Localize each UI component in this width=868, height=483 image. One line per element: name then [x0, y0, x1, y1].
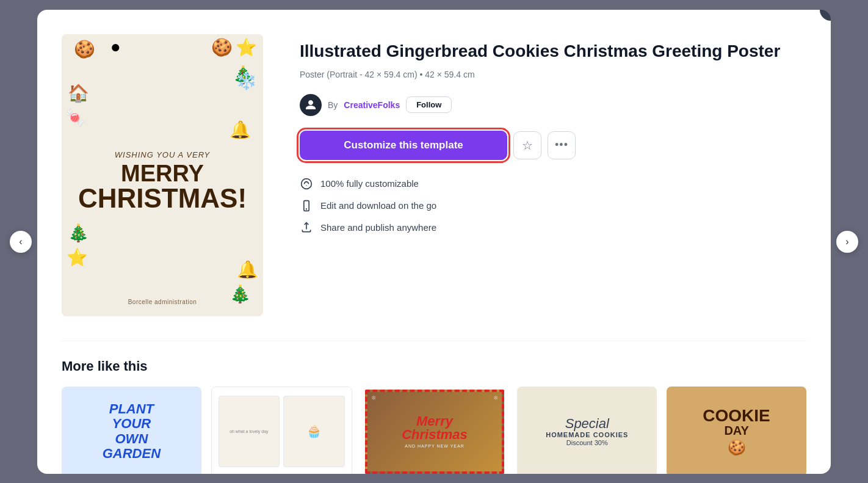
thumb-1-text: PlantYourOwnGarden [103, 402, 161, 461]
poster-preview: 🍪 ● 🍪 ⭐ 🎄 🏠 ❄️ 🍬 🔔 🎄 ⭐ 🔔 🎄 [62, 34, 263, 316]
thumb-5-text1: COOKIE [703, 407, 770, 424]
cookie-snowflake: ❄️ [236, 71, 257, 91]
cookie-dot-2: 🍪 [211, 37, 233, 57]
feature-customizable: 100% fully customizable [300, 177, 806, 191]
thumb-4-image: Special HOMEMADE COOKIES Discount 30% [517, 387, 657, 474]
author-avatar [300, 94, 322, 116]
cookie-star-top: ⭐ [236, 37, 257, 57]
cookie-dot-1: ● [110, 37, 121, 57]
thumb-2-card-left: oh what a lovely day [219, 396, 280, 467]
prev-arrow[interactable]: ‹ [10, 231, 32, 253]
modal-container: × 🍪 ● 🍪 ⭐ 🎄 🏠 ❄️ 🍬 🔔 [37, 10, 831, 474]
more-section: More like this PlantYourOwnGarden oh wha… [62, 341, 806, 474]
thumb-5-cookie-icon: 🍪 [728, 439, 746, 456]
feature-share-text: Share and publish anywhere [320, 222, 436, 233]
close-button[interactable]: × [820, 10, 831, 21]
svg-point-0 [302, 179, 312, 189]
modal-top-section: 🍪 ● 🍪 ⭐ 🎄 🏠 ❄️ 🍬 🔔 🎄 ⭐ 🔔 🎄 [62, 34, 806, 316]
thumb-4-text1: Special [565, 416, 609, 431]
follow-button[interactable]: Follow [406, 96, 452, 113]
thumb-3-line2: Christmas [402, 428, 468, 441]
thumb-2-card-right: 🧁 [283, 396, 345, 467]
cookie-bell-bottom: 🔔 [237, 260, 258, 280]
customize-button[interactable]: Customize this template [300, 131, 507, 160]
feature-list: 100% fully customizable Edit and downloa… [300, 177, 806, 234]
info-panel: Illustrated Gingerbread Cookies Christma… [300, 34, 806, 316]
cookie-tree-bottom-right: 🎄 [230, 284, 251, 304]
poster-christmas-text: CHRISTMAS! [78, 185, 247, 212]
thumbnails-row: PlantYourOwnGarden oh what a lovely day … [62, 387, 806, 474]
poster-author-text: Borcelle administration [128, 299, 197, 305]
thumbnail-1[interactable]: PlantYourOwnGarden [62, 387, 201, 474]
star-icon: ☆ [522, 138, 533, 153]
customizable-icon [300, 177, 313, 191]
next-arrow[interactable]: › [836, 231, 858, 253]
thumb-4-text2: HOMEMADE COOKIES [546, 431, 628, 439]
feature-share: Share and publish anywhere [300, 221, 806, 234]
thumb-2-image: oh what a lovely day 🧁 [212, 387, 352, 474]
feature-mobile-text: Edit and download on the go [320, 200, 436, 211]
thumbnail-2[interactable]: oh what a lovely day 🧁 [211, 387, 352, 474]
thumbnail-5[interactable]: COOKIE DAY 🍪 [667, 387, 806, 474]
poster-image: 🍪 ● 🍪 ⭐ 🎄 🏠 ❄️ 🍬 🔔 🎄 ⭐ 🔔 🎄 [62, 34, 263, 316]
thumb-1-image: PlantYourOwnGarden [62, 387, 201, 474]
author-by-label: By [328, 100, 338, 110]
more-options-button[interactable]: ••• [548, 131, 576, 159]
action-row: Customize this template ☆ ••• [300, 131, 806, 160]
thumb-4-text3: Discount 30% [566, 439, 608, 446]
author-name-link[interactable]: CreativeFolks [344, 100, 400, 110]
poster-merry-text: MERRY [78, 162, 247, 185]
template-subtitle: Poster (Portrait - 42 × 59.4 cm) • 42 × … [300, 70, 806, 79]
cookie-star-bottom: ⭐ [67, 247, 88, 267]
template-title: Illustrated Gingerbread Cookies Christma… [300, 40, 806, 62]
poster-text: WISHING YOU A VERY MERRY CHRISTMAS! [78, 150, 247, 212]
thumb-3-line1: Merry [416, 415, 453, 428]
mobile-icon [300, 199, 313, 212]
feature-mobile: Edit and download on the go [300, 199, 806, 212]
cookie-house: 🏠 [68, 83, 89, 103]
cookie-bell-top-left: 🍪 [74, 39, 95, 59]
share-icon [300, 221, 313, 234]
thumbnail-3[interactable]: ❄ ❄ Merry Christmas AND HAPPY NEW YEAR [362, 387, 508, 474]
feature-customizable-text: 100% fully customizable [320, 178, 419, 189]
modal-backdrop: ‹ › × 🍪 ● 🍪 ⭐ 🎄 🏠 ❄️ [0, 0, 868, 483]
author-row: By CreativeFolks Follow [300, 94, 806, 116]
favorite-button[interactable]: ☆ [513, 131, 541, 159]
poster-wishing-text: WISHING YOU A VERY [78, 150, 247, 159]
cookie-tree-bottom-left: 🎄 [68, 223, 89, 243]
thumb-3-sub: AND HAPPY NEW YEAR [405, 444, 465, 448]
cookie-bell-mid: 🔔 [230, 120, 251, 140]
thumb-5-image: COOKIE DAY 🍪 [667, 387, 806, 474]
thumb-5-text2: DAY [724, 424, 748, 437]
thumbnail-4[interactable]: Special HOMEMADE COOKIES Discount 30% [517, 387, 657, 474]
cookie-cane: 🍬 [65, 107, 86, 128]
ellipsis-icon: ••• [555, 139, 568, 151]
more-section-title: More like this [62, 358, 806, 374]
thumb-3-inner: ❄ ❄ Merry Christmas AND HAPPY NEW YEAR [365, 390, 505, 474]
